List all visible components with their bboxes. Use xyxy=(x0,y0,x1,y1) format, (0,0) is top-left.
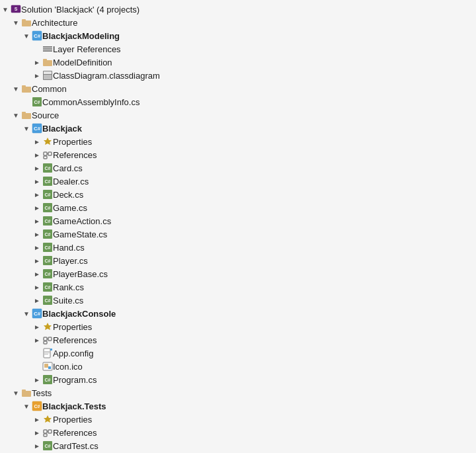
file-hand[interactable]: ► C# Hand.cs xyxy=(0,241,476,254)
file-game-action-label: GameAction.cs xyxy=(53,216,111,226)
solution-root[interactable]: ▼ S Solution 'Blackjack' (4 projects) xyxy=(0,3,476,16)
bj-refs-arrow[interactable]: ► xyxy=(32,149,42,160)
class-diagram-icon xyxy=(42,70,53,81)
project-blackjack-label: Blackjack xyxy=(42,124,82,134)
cs-game-icon: C# xyxy=(42,202,53,213)
cs-hand-icon: C# xyxy=(42,242,53,253)
bj-references-label: References xyxy=(53,150,97,160)
file-game[interactable]: ► C# Game.cs xyxy=(0,201,476,214)
dealer-arrow[interactable]: ► xyxy=(32,176,42,186)
console-references-icon xyxy=(42,335,53,345)
cs-deck-icon: C# xyxy=(42,189,53,200)
project-blackjack-console[interactable]: ▼ C# BlackjackConsole xyxy=(0,307,476,320)
file-card-label: Card.cs xyxy=(53,163,83,173)
svg-text:C#: C# xyxy=(34,33,41,39)
game-state-arrow[interactable]: ► xyxy=(32,229,42,239)
tests-properties-icon xyxy=(42,414,53,425)
folder-common-label: Common xyxy=(32,84,67,94)
project-blackjack-tests[interactable]: ▼ C# Blackjack.Tests xyxy=(0,399,476,413)
architecture-arrow[interactable]: ▼ xyxy=(11,17,21,28)
solution-icon: S xyxy=(11,4,21,15)
file-suite[interactable]: ► C# Suite.cs xyxy=(0,294,476,307)
cs-game-state-icon: C# xyxy=(42,229,53,239)
rank-arrow[interactable]: ► xyxy=(32,282,42,292)
hand-arrow[interactable]: ► xyxy=(32,242,42,253)
svg-rect-9 xyxy=(43,60,52,66)
deck-arrow[interactable]: ► xyxy=(32,189,42,200)
file-card-test[interactable]: ► C# CardTest.cs xyxy=(0,439,476,452)
blackjack-arrow[interactable]: ▼ xyxy=(21,123,32,134)
file-game-state[interactable]: ► C# GameState.cs xyxy=(0,227,476,241)
file-rank[interactable]: ► C# Rank.cs xyxy=(0,280,476,294)
solution-explorer: ▼ S Solution 'Blackjack' (4 projects) ▼ … xyxy=(0,0,476,453)
project-blackjack-icon: C# xyxy=(32,123,42,134)
card-arrow[interactable]: ► xyxy=(32,163,42,173)
tests-references[interactable]: ► References xyxy=(0,426,476,439)
project-blackjack-modeling[interactable]: ▼ C# BlackjackModeling xyxy=(0,29,476,42)
game-arrow[interactable]: ► xyxy=(32,202,42,213)
file-program[interactable]: ► C# Program.cs xyxy=(0,373,476,386)
file-dealer[interactable]: ► C# Dealer.cs xyxy=(0,175,476,188)
file-player[interactable]: ► C# Player.cs xyxy=(0,254,476,267)
blackjack-properties[interactable]: ► Properties xyxy=(0,135,476,148)
folder-architecture[interactable]: ▼ Architecture xyxy=(0,16,476,29)
svg-text:C#: C# xyxy=(34,100,40,104)
file-app-config[interactable]: App.config xyxy=(0,347,476,360)
tests-properties[interactable]: ► Properties xyxy=(0,413,476,426)
player-arrow[interactable]: ► xyxy=(32,255,42,266)
common-arrow[interactable]: ▼ xyxy=(11,83,21,94)
folder-common[interactable]: ▼ Common xyxy=(0,82,476,95)
console-arrow[interactable]: ▼ xyxy=(21,308,32,319)
project-console-label: BlackjackConsole xyxy=(42,309,116,319)
project-blackjack[interactable]: ▼ C# Blackjack xyxy=(0,122,476,135)
bj-tests-arrow[interactable]: ▼ xyxy=(21,401,32,411)
folder-architecture-icon xyxy=(21,17,32,28)
file-deck-label: Deck.cs xyxy=(53,190,83,200)
file-rank-label: Rank.cs xyxy=(53,282,84,292)
console-references-label: References xyxy=(53,335,97,345)
cs-card-icon: C# xyxy=(42,163,53,173)
tests-arrow[interactable]: ▼ xyxy=(11,388,21,398)
source-arrow[interactable]: ▼ xyxy=(11,110,21,120)
card-test-arrow[interactable]: ► xyxy=(32,440,42,451)
console-properties[interactable]: ► Properties xyxy=(0,320,476,333)
modeling-arrow[interactable]: ▼ xyxy=(21,30,32,41)
file-player-base-label: PlayerBase.cs xyxy=(53,269,108,279)
file-common-assembly[interactable]: C# CommonAssemblyInfo.cs xyxy=(0,95,476,108)
program-arrow[interactable]: ► xyxy=(32,374,42,385)
solution-label: Solution 'Blackjack' (4 projects) xyxy=(21,5,139,15)
svg-rect-51 xyxy=(44,337,47,341)
svg-rect-8 xyxy=(43,50,52,52)
model-def-arrow[interactable]: ► xyxy=(32,57,42,67)
cs-game-action-icon: C# xyxy=(42,216,53,226)
con-props-arrow[interactable]: ► xyxy=(32,321,42,332)
tests-properties-label: Properties xyxy=(53,415,92,425)
svg-rect-63 xyxy=(48,366,51,369)
console-references[interactable]: ► References xyxy=(0,333,476,347)
test-refs-arrow[interactable]: ► xyxy=(32,427,42,438)
file-hand-label: Hand.cs xyxy=(53,243,85,253)
file-deck[interactable]: ► C# Deck.cs xyxy=(0,188,476,201)
layer-references[interactable]: Layer References xyxy=(0,42,476,56)
game-action-arrow[interactable]: ► xyxy=(32,216,42,226)
player-base-arrow[interactable]: ► xyxy=(32,268,42,279)
blackjack-references[interactable]: ► References xyxy=(0,148,476,161)
folder-model-definition[interactable]: ► ModelDefinition xyxy=(0,56,476,69)
svg-rect-57 xyxy=(44,351,50,352)
solution-arrow[interactable]: ▼ xyxy=(0,4,11,15)
folder-tests[interactable]: ▼ Tests xyxy=(0,386,476,399)
project-console-icon: C# xyxy=(32,308,42,319)
diagram-arrow[interactable]: ► xyxy=(32,70,42,81)
test-props-arrow[interactable]: ► xyxy=(32,414,42,425)
file-icon-ico[interactable]: Icon.ico xyxy=(0,360,476,373)
suite-arrow[interactable]: ► xyxy=(32,295,42,306)
con-refs-arrow[interactable]: ► xyxy=(32,335,42,345)
folder-source[interactable]: ▼ Source xyxy=(0,108,476,122)
bj-props-arrow[interactable]: ► xyxy=(32,136,42,147)
file-class-diagram[interactable]: ► ClassDiagram.classdiagram xyxy=(0,69,476,82)
file-card[interactable]: ► C# Card.cs xyxy=(0,161,476,175)
file-game-action[interactable]: ► C# GameAction.cs xyxy=(0,214,476,227)
svg-rect-23 xyxy=(48,152,52,155)
layer-references-label: Layer References xyxy=(53,44,121,54)
file-player-base[interactable]: ► C# PlayerBase.cs xyxy=(0,267,476,280)
